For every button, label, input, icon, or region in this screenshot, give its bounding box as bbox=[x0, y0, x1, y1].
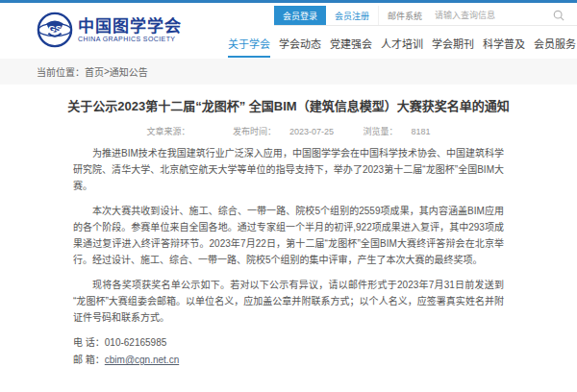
phone-line: 电 话：010-62165985 bbox=[73, 334, 521, 352]
search-icon[interactable] bbox=[553, 10, 564, 21]
nav-item-journal[interactable]: 学会期刊 bbox=[432, 36, 474, 58]
site-logo[interactable]: GS 中国图学学会 CHINA GRAPHICS SOCIETY bbox=[37, 12, 182, 48]
member-register-button[interactable]: 会员注册 bbox=[326, 6, 379, 25]
meta-views-value: 8181 bbox=[412, 127, 431, 136]
nav-item-news[interactable]: 学会动态 bbox=[279, 36, 321, 58]
member-login-button[interactable]: 会员登录 bbox=[274, 6, 326, 25]
article-meta: 文章来源： 发布时间：2023-07-25 浏览量：8181 bbox=[56, 125, 521, 137]
article-content: 关于公示2023第十二届“龙图杯” 全国BIM（建筑信息模型）大赛获奖名单的通知… bbox=[0, 85, 577, 392]
search-box bbox=[435, 6, 564, 25]
search-input[interactable] bbox=[435, 11, 536, 20]
site-title-block: 中国图学学会 CHINA GRAPHICS SOCIETY bbox=[78, 17, 182, 42]
breadcrumb-home-link[interactable]: 首页 bbox=[85, 64, 104, 79]
meta-source: 文章来源： bbox=[139, 127, 210, 136]
nav-item-member[interactable]: 会员服务 bbox=[534, 36, 576, 58]
phone-value: 010-62165985 bbox=[105, 337, 167, 348]
paragraph-2: 本次大赛共收到设计、施工、综合、一带一路、院校5个组别的2559项成果，其内容涵… bbox=[73, 203, 504, 268]
article-body: 为推进BIM技术在我国建筑行业广泛深入应用，中国图学学会在中国科学技术协会、中国… bbox=[56, 145, 521, 392]
site-name-en: CHINA GRAPHICS SOCIETY bbox=[78, 36, 182, 42]
meta-views: 浏览量：8181 bbox=[357, 127, 438, 136]
email-label: 邮 箱： bbox=[73, 355, 105, 365]
meta-publish-value: 2023-07-25 bbox=[289, 127, 334, 136]
meta-publish: 发布时间：2023-07-25 bbox=[226, 127, 340, 136]
breadcrumb-label: 当前位置： bbox=[37, 64, 85, 79]
svg-text:GS: GS bbox=[48, 23, 62, 34]
nav-item-party[interactable]: 党建强会 bbox=[330, 36, 372, 58]
breadcrumb-current-link[interactable]: 通知公告 bbox=[110, 64, 148, 79]
globe-emblem-icon: GS bbox=[37, 12, 73, 48]
nav-item-about[interactable]: 关于学会 bbox=[228, 36, 270, 58]
paragraph-1: 为推进BIM技术在我国建筑行业广泛深入应用，中国图学学会在中国科学技术协会、中国… bbox=[73, 145, 504, 194]
site-header: GS 中国图学学会 CHINA GRAPHICS SOCIETY 会员登录 会员… bbox=[0, 3, 577, 59]
utility-bar: 会员登录 会员注册 邮件系统 bbox=[274, 6, 577, 26]
paragraph-3: 现将各奖项获奖名单公示如下。若对以下公示有异议，请以邮件形式于2023年7月31… bbox=[73, 277, 504, 326]
mail-system-button[interactable]: 邮件系统 bbox=[379, 6, 431, 25]
email-line: 邮 箱：cbim@cgn.net.cn bbox=[73, 352, 521, 369]
phone-label: 电 话： bbox=[73, 337, 105, 348]
email-link[interactable]: cbim@cgn.net.cn bbox=[105, 355, 179, 365]
nav-item-training[interactable]: 人才培训 bbox=[381, 36, 423, 58]
main-nav: 关于学会 学会动态 党建强会 人才培训 学会期刊 科学普及 会员服务 团体标准 … bbox=[228, 36, 577, 58]
page-title: 关于公示2023第十二届“龙图杯” 全国BIM（建筑信息模型）大赛获奖名单的通知 bbox=[56, 98, 521, 115]
breadcrumb: 当前位置： 首页 > 通知公告 bbox=[0, 59, 577, 85]
nav-item-science[interactable]: 科学普及 bbox=[483, 36, 525, 58]
site-name-cn: 中国图学学会 bbox=[78, 17, 182, 36]
